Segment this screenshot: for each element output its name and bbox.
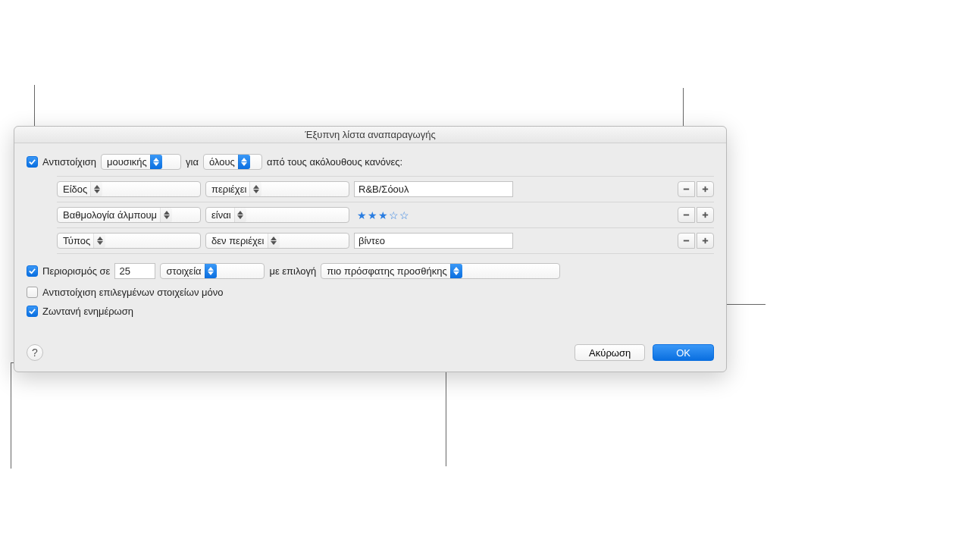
add-rule-button[interactable] <box>697 207 714 223</box>
live-update-row: Ζωντανή ενημέρωση <box>27 306 714 317</box>
stepper-icon <box>450 264 462 278</box>
svg-rect-6 <box>684 240 689 242</box>
ok-button[interactable]: OK <box>653 344 714 361</box>
stepper-icon <box>93 234 105 248</box>
add-rule-button[interactable] <box>697 233 714 249</box>
checkmark-icon <box>28 307 36 315</box>
plus-icon <box>701 211 709 219</box>
match-row: Αντιστοίχιση μουσικής για όλους από τους… <box>27 154 714 170</box>
limit-label-pre: Περιορισμός σε <box>42 265 110 277</box>
match-label-post: από τους ακόλουθους κανόνες: <box>267 156 402 168</box>
star-icon[interactable] <box>389 209 399 221</box>
match-selected-only-checkbox[interactable] <box>27 287 38 298</box>
select-value: είναι <box>211 209 234 221</box>
svg-rect-3 <box>684 215 689 216</box>
live-update-label: Ζωντανή ενημέρωση <box>42 306 133 317</box>
dialog-footer: ? Ακύρωση OK <box>14 328 726 372</box>
match-label-mid: για <box>186 156 199 168</box>
stepper-icon <box>268 234 280 248</box>
match-selected-only-row: Αντιστοίχιση επιλεγμένων στοιχείων μόνο <box>27 287 714 298</box>
rule-value <box>354 181 513 197</box>
stepper-icon <box>150 155 162 169</box>
rule-row: Είδοςπεριέχει <box>57 177 714 202</box>
stepper-icon <box>160 208 172 222</box>
stepper-icon <box>238 155 250 169</box>
rules-list: ΕίδοςπεριέχειΒαθμολογία άλμπουμείναιΤύπο… <box>57 176 714 254</box>
checkmark-icon <box>28 267 36 275</box>
match-media-select[interactable]: μουσικής <box>101 154 181 170</box>
limit-row: Περιορισμός σε στοιχεία με επιλογή πιο π… <box>27 263 714 279</box>
rule-field-select[interactable]: Βαθμολογία άλμπουμ <box>57 207 201 223</box>
star-icon[interactable] <box>399 209 409 221</box>
rule-field-select[interactable]: Τύπος <box>57 233 201 249</box>
svg-rect-2 <box>703 189 708 190</box>
smart-playlist-dialog: Έξυπνη λίστα αναπαραγωγής Αντιστοίχιση μ… <box>14 126 727 372</box>
select-value: περιέχει <box>211 183 249 195</box>
rule-operator-select[interactable]: είναι <box>205 207 349 223</box>
cancel-button[interactable]: Ακύρωση <box>575 344 645 361</box>
remove-rule-button[interactable] <box>678 207 695 223</box>
limit-label-mid: με επιλογή <box>269 265 316 277</box>
svg-rect-8 <box>703 240 708 242</box>
select-value: στοιχεία <box>166 265 204 277</box>
help-button[interactable]: ? <box>27 344 43 361</box>
select-value: Βαθμολογία άλμπουμ <box>63 209 160 221</box>
select-value: πιο πρόσφατης προσθήκης <box>327 265 450 277</box>
select-value: Είδος <box>63 183 90 195</box>
rule-row: Τύποςδεν περιέχει <box>57 228 714 254</box>
live-update-checkbox[interactable] <box>27 306 38 317</box>
rule-stars[interactable] <box>354 209 409 221</box>
svg-rect-0 <box>684 189 689 190</box>
plus-icon <box>701 237 709 245</box>
rule-value <box>354 233 513 249</box>
stepper-icon <box>234 208 246 222</box>
minus-icon <box>682 237 690 245</box>
remove-rule-button[interactable] <box>678 181 695 197</box>
svg-rect-5 <box>703 215 708 216</box>
star-icon[interactable] <box>357 209 367 221</box>
stepper-icon <box>90 182 102 196</box>
star-icon[interactable] <box>378 209 388 221</box>
rule-row: Βαθμολογία άλμπουμείναι <box>57 202 714 228</box>
limit-selection-select[interactable]: πιο πρόσφατης προσθήκης <box>321 263 560 279</box>
minus-icon <box>682 211 690 219</box>
minus-icon <box>682 185 690 193</box>
match-label-pre: Αντιστοίχιση <box>42 156 96 168</box>
select-value: όλους <box>209 156 238 168</box>
limit-checkbox[interactable] <box>27 265 38 277</box>
callout-line <box>11 362 11 469</box>
add-rule-button[interactable] <box>697 181 714 197</box>
stepper-icon <box>205 264 217 278</box>
select-value: Τύπος <box>63 235 93 246</box>
rule-operator-select[interactable]: δεν περιέχει <box>205 233 349 249</box>
checkmark-icon <box>28 158 36 166</box>
stepper-icon <box>249 182 261 196</box>
dialog-content: Αντιστοίχιση μουσικής για όλους από τους… <box>14 143 726 328</box>
limit-unit-select[interactable]: στοιχεία <box>160 263 265 279</box>
dialog-title: Έξυπνη λίστα αναπαραγωγής <box>14 127 726 143</box>
help-icon: ? <box>32 346 38 359</box>
match-checkbox[interactable] <box>27 156 38 168</box>
remove-rule-button[interactable] <box>678 233 695 249</box>
match-selected-only-label: Αντιστοίχιση επιλεγμένων στοιχείων μόνο <box>42 287 223 298</box>
rule-pm-group <box>678 207 714 223</box>
select-value: μουσικής <box>107 156 150 168</box>
rule-value <box>354 209 513 221</box>
rule-operator-select[interactable]: περιέχει <box>205 181 349 197</box>
rule-pm-group <box>678 181 714 197</box>
limit-value-input[interactable] <box>114 263 155 279</box>
rule-value-input[interactable] <box>354 181 513 197</box>
plus-icon <box>701 185 709 193</box>
star-icon[interactable] <box>368 209 377 221</box>
rule-value-input[interactable] <box>354 233 513 249</box>
match-scope-select[interactable]: όλους <box>203 154 262 170</box>
rule-field-select[interactable]: Είδος <box>57 181 201 197</box>
select-value: δεν περιέχει <box>211 235 268 246</box>
rule-pm-group <box>678 233 714 249</box>
